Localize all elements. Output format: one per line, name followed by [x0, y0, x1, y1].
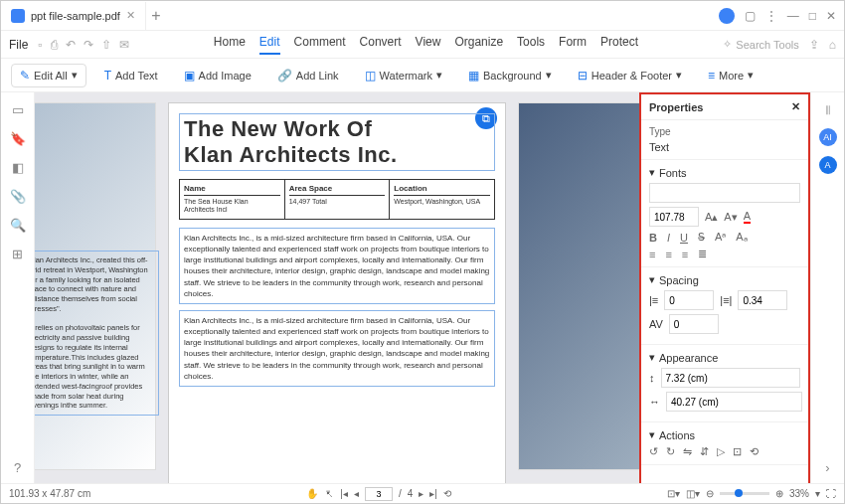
flip-h-icon[interactable]: ⇋: [683, 445, 692, 458]
fit-width-icon[interactable]: ⊡▾: [667, 488, 680, 499]
page-input[interactable]: [365, 487, 393, 501]
mail-icon[interactable]: ✉: [119, 38, 129, 52]
panel-icon[interactable]: ▢: [745, 9, 756, 23]
prev-page-icon[interactable]: ◂: [354, 488, 359, 499]
help-icon[interactable]: ?: [14, 460, 21, 475]
reflow-icon[interactable]: ⟲: [443, 488, 451, 499]
thumbnails-icon[interactable]: ▭: [12, 102, 24, 117]
font-color-icon[interactable]: A: [744, 210, 751, 224]
subscript-icon[interactable]: Aₐ: [736, 231, 747, 244]
font-family-input[interactable]: [649, 183, 800, 203]
zoom-in-icon[interactable]: ⊕: [775, 488, 783, 499]
flip-v-icon[interactable]: ⇵: [700, 445, 709, 458]
align-left-icon[interactable]: ≡: [649, 249, 655, 260]
tab-home[interactable]: Home: [214, 35, 246, 55]
zoom-out-icon[interactable]: ⊖: [706, 488, 714, 499]
spacing-input-1[interactable]: [664, 290, 714, 310]
first-page-icon[interactable]: |◂: [340, 488, 348, 499]
document-tab[interactable]: ppt file-sample.pdf ✕: [1, 2, 146, 30]
close-window-button[interactable]: ✕: [826, 9, 836, 23]
doc-title-selection[interactable]: The New Work Of Klan Architects Inc.: [179, 113, 495, 171]
fit-page-icon[interactable]: ◫▾: [686, 488, 700, 499]
actions-toggle[interactable]: ▾ Actions: [649, 428, 800, 441]
underline-icon[interactable]: U: [680, 232, 688, 244]
spacing-input-3[interactable]: [669, 314, 719, 334]
increase-font-icon[interactable]: A▴: [705, 211, 718, 224]
tab-view[interactable]: View: [416, 35, 441, 55]
fonts-toggle[interactable]: ▾ Fonts: [649, 166, 800, 179]
hand-tool-icon[interactable]: ✋: [306, 488, 318, 499]
grid-icon[interactable]: ⊞: [12, 247, 23, 261]
tab-protect[interactable]: Protect: [600, 35, 638, 55]
next-page-icon[interactable]: ▸: [419, 488, 423, 499]
left-textbox[interactable]: Klan Architects Inc., created this off-g…: [35, 251, 159, 416]
minimize-button[interactable]: —: [787, 9, 799, 23]
extract-icon[interactable]: ▷: [717, 445, 725, 458]
bold-icon[interactable]: B: [649, 232, 657, 244]
add-text-button[interactable]: T Add Text: [96, 65, 166, 86]
document-canvas[interactable]: Klan Architects Inc., created this off-g…: [35, 92, 639, 485]
doc-paragraph-2[interactable]: Klan Architects Inc., is a mid-sized arc…: [179, 310, 495, 387]
zoom-slider[interactable]: [720, 492, 769, 495]
header-footer-button[interactable]: ⊟ Header & Footer ▾: [570, 65, 690, 86]
maximize-button[interactable]: □: [809, 9, 816, 23]
share-icon[interactable]: ⇧: [101, 38, 111, 52]
add-link-button[interactable]: 🔗 Add Link: [269, 65, 347, 86]
home-icon[interactable]: ⌂: [829, 38, 836, 52]
new-tab-button[interactable]: +: [146, 7, 166, 25]
tab-comment[interactable]: Comment: [294, 35, 346, 55]
bookmarks-icon[interactable]: 🔖: [10, 131, 26, 146]
font-size-input[interactable]: [649, 207, 699, 227]
undo-icon[interactable]: ↶: [66, 38, 76, 52]
redo-icon[interactable]: ↷: [84, 38, 93, 52]
upload-icon[interactable]: ⇪: [809, 38, 819, 52]
zoom-dropdown-icon[interactable]: ▾: [815, 488, 820, 499]
watermark-button[interactable]: ◫ Watermark ▾: [357, 65, 450, 86]
layers-icon[interactable]: ◧: [12, 160, 24, 175]
spacing-toggle[interactable]: ▾ Spacing: [649, 273, 800, 286]
ai-assistant-icon[interactable]: AI: [819, 128, 837, 146]
spacing-input-2[interactable]: [738, 290, 787, 310]
select-tool-icon[interactable]: ⭶: [324, 488, 334, 499]
align-right-icon[interactable]: ≡: [682, 249, 688, 260]
apps-icon[interactable]: A: [819, 156, 837, 174]
more-button[interactable]: ≡ More ▾: [700, 65, 761, 86]
appearance-toggle[interactable]: ▾ Appearance: [649, 351, 800, 364]
replace-icon[interactable]: ⟲: [750, 445, 759, 458]
height-input[interactable]: [661, 368, 801, 388]
last-page-icon[interactable]: ▸|: [429, 488, 437, 499]
superscript-icon[interactable]: Aᵃ: [715, 231, 726, 244]
edit-all-button[interactable]: ✎ Edit All ▾: [11, 64, 86, 87]
tab-edit[interactable]: Edit: [259, 35, 280, 55]
decrease-font-icon[interactable]: A▾: [724, 211, 737, 224]
close-tab-icon[interactable]: ✕: [126, 9, 135, 22]
tab-organize[interactable]: Organize: [454, 35, 503, 55]
print-icon[interactable]: ⎙: [51, 38, 58, 52]
rotate-left-icon[interactable]: ↺: [649, 445, 658, 458]
tab-tools[interactable]: Tools: [517, 35, 545, 55]
doc-paragraph-1[interactable]: Klan Architects Inc., is a mid-sized arc…: [179, 228, 495, 304]
search-tools[interactable]: ✧ Search Tools: [723, 38, 798, 51]
fullscreen-icon[interactable]: ⛶: [826, 488, 836, 499]
chevron-right-icon[interactable]: ›: [825, 460, 829, 475]
crop-icon[interactable]: ⊡: [733, 445, 742, 458]
align-justify-icon[interactable]: ≣: [698, 248, 707, 260]
user-avatar-icon[interactable]: [719, 8, 735, 24]
close-panel-icon[interactable]: ✕: [791, 100, 800, 113]
add-image-button[interactable]: ▣ Add Image: [176, 65, 259, 86]
tab-form[interactable]: Form: [559, 35, 587, 55]
width-input[interactable]: [666, 392, 802, 412]
background-button[interactable]: ▦ Background ▾: [460, 65, 560, 86]
sliders-icon[interactable]: ⫴: [825, 102, 831, 118]
rotate-right-icon[interactable]: ↻: [666, 445, 675, 458]
search-icon[interactable]: 🔍: [10, 218, 26, 233]
strikethrough-icon[interactable]: S̶: [698, 231, 705, 244]
align-center-icon[interactable]: ≡: [665, 249, 671, 260]
file-menu[interactable]: File: [9, 38, 28, 52]
document-page[interactable]: ⧉ The New Work Of Klan Architects Inc. N…: [168, 102, 506, 485]
italic-icon[interactable]: I: [667, 232, 670, 244]
attachments-icon[interactable]: 📎: [10, 189, 26, 204]
kebab-menu-icon[interactable]: ⋮: [765, 9, 777, 23]
tab-convert[interactable]: Convert: [360, 35, 402, 55]
save-icon[interactable]: ▫: [38, 38, 42, 52]
